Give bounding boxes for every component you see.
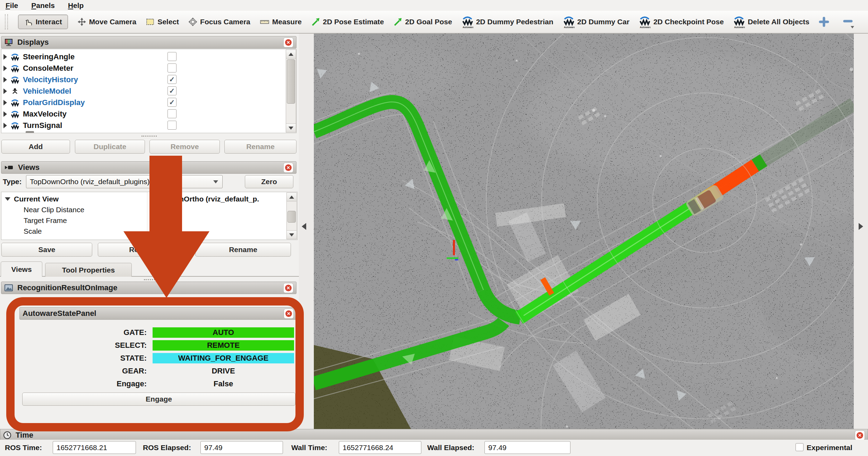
display-item-maxvelocity[interactable]: MaxVelocity (3, 108, 166, 120)
scroll-up-icon[interactable] (286, 50, 296, 59)
autoware-icon: Autoware (563, 15, 575, 29)
autoware-state-panel-header[interactable]: AutowareStatePanel ✕ (19, 307, 297, 320)
display-checkbox[interactable]: ✓ (167, 98, 177, 107)
remove-button[interactable]: Remove (149, 140, 220, 154)
expander-icon[interactable] (3, 54, 7, 60)
tree-value[interactable]: viewer (151, 215, 172, 226)
close-icon[interactable]: ✕ (855, 430, 865, 440)
experimental-checkbox[interactable] (796, 443, 803, 451)
close-icon[interactable]: ✕ (284, 309, 294, 319)
display-item-steeringangle[interactable]: SteeringAngle (3, 51, 166, 62)
display-checkbox[interactable]: ✓ (167, 86, 177, 95)
expander-icon[interactable] (3, 111, 7, 117)
tool-select[interactable]: Select (146, 17, 179, 26)
tool-focus-camera[interactable]: Focus Camera (188, 17, 250, 26)
tree-value[interactable]: 0.01 (151, 204, 165, 215)
scrollbar-thumb[interactable] (287, 59, 295, 104)
expander-icon[interactable] (3, 100, 7, 105)
expander-icon[interactable] (3, 123, 7, 128)
scrollbar-thumb[interactable] (287, 211, 296, 223)
add-button[interactable]: Add (1, 140, 70, 154)
close-icon[interactable]: ✕ (283, 163, 293, 173)
ros-elapsed-input[interactable]: 97.49 (200, 441, 283, 454)
view-type-dropdown[interactable]: TopDownOrtho (rviz_default_plugins) (26, 175, 223, 188)
display-checkbox[interactable] (167, 121, 177, 130)
tool-label: Delete All Objects (748, 18, 809, 26)
panel-tab-bar: Views Tool Properties (0, 261, 299, 277)
display-item-label: MaxVelocity (23, 110, 67, 119)
svg-text:Autoware: Autoware (564, 26, 575, 28)
expander-icon[interactable] (3, 88, 7, 94)
scroll-down-icon[interactable] (287, 230, 297, 239)
tool-2d-pose-estimate[interactable]: 2D Pose Estimate (311, 17, 384, 26)
tab-views[interactable]: Views (1, 261, 42, 277)
displays-panel-header[interactable]: Displays ✕ (1, 36, 297, 49)
scroll-up-icon[interactable] (287, 193, 297, 201)
display-item-turnsignal[interactable]: TurnSignal (3, 120, 166, 131)
tab-tool-properties[interactable]: Tool Properties (45, 263, 132, 277)
3d-viewport[interactable] (314, 34, 854, 429)
toolbar-grip[interactable] (5, 14, 8, 29)
expander-icon[interactable] (3, 77, 7, 83)
tool-label: Focus Camera (200, 18, 250, 26)
display-item-vehiclemodel[interactable]: VehicleModel (3, 85, 166, 97)
tree-row-near-clip[interactable]: Near Clip Distance (24, 204, 84, 215)
toolbar-overflow-icon[interactable] (851, 26, 854, 28)
display-checkbox[interactable] (167, 109, 177, 118)
monitor-icon (4, 38, 13, 47)
collapse-left-icon[interactable] (302, 223, 306, 230)
splitter-handle[interactable] (141, 136, 157, 137)
tool-interact[interactable]: Interact (18, 15, 68, 29)
tool-label: Measure (272, 18, 302, 26)
expander-icon[interactable] (5, 197, 10, 201)
views-scrollbar[interactable] (286, 192, 297, 239)
scroll-down-icon[interactable] (286, 123, 296, 132)
wall-elapsed-input[interactable]: 97.49 (484, 441, 570, 454)
menu-help[interactable]: Help (68, 1, 84, 10)
tool-2d-goal-pose[interactable]: 2D Goal Pose (393, 17, 452, 26)
select-value: REMOTE (153, 340, 294, 351)
expander-icon[interactable] (3, 66, 7, 71)
tool-delete-all-objects[interactable]: Autoware Delete All Objects (733, 15, 809, 29)
tool-2d-dummy-car[interactable]: Autoware 2D Dummy Car (563, 15, 630, 29)
remove-tool-icon[interactable] (843, 17, 853, 27)
views-panel-header[interactable]: Views ✕ (1, 161, 297, 174)
display-item-consolemeter[interactable]: ConsoleMeter (3, 62, 166, 74)
tool-2d-dummy-pedestrian[interactable]: Autoware 2D Dummy Pedestrian (462, 15, 553, 29)
display-checkbox[interactable] (167, 63, 177, 72)
gear-label: GEAR: (49, 367, 147, 376)
display-item-velocityhistory[interactable]: VelocityHistory (3, 74, 166, 85)
displays-scrollbar[interactable] (286, 50, 296, 132)
close-icon[interactable]: ✕ (283, 37, 293, 48)
tree-row-target-frame[interactable]: Target Frame (24, 215, 67, 226)
ros-elapsed-label: ROS Elapsed: (143, 441, 191, 454)
chevron-down-icon (213, 180, 218, 183)
menu-panels[interactable]: Panels (31, 1, 55, 10)
panel-splitter[interactable] (299, 34, 314, 429)
display-item-polargriddisplay[interactable]: PolarGridDisplay (3, 97, 166, 108)
duplicate-button[interactable]: Duplicate (75, 140, 145, 154)
rename-button[interactable]: Rename (224, 140, 297, 154)
tool-measure[interactable]: Measure (260, 17, 302, 26)
recognition-panel-header[interactable]: RecognitionResultOnImage ✕ (1, 282, 297, 294)
save-button[interactable]: Save (1, 243, 92, 257)
right-splitter[interactable] (854, 34, 868, 429)
display-checkbox[interactable] (167, 52, 177, 61)
tree-row-scale[interactable]: Scale (24, 226, 42, 236)
zero-button[interactable]: Zero (245, 175, 293, 188)
remove-view-button[interactable]: Remove (98, 243, 189, 257)
tree-row-current-view[interactable]: Current View (5, 193, 59, 204)
ros-time-input[interactable]: 1652771668.21 (53, 441, 136, 454)
splitter-handle[interactable] (144, 279, 159, 280)
display-item-label: ConsoleMeter (23, 64, 73, 73)
wall-time-input[interactable]: 1652771668.24 (339, 441, 421, 454)
menu-file[interactable]: File (6, 1, 18, 10)
collapse-right-icon[interactable] (859, 223, 863, 230)
engage-button[interactable]: Engage (22, 393, 295, 406)
close-icon[interactable]: ✕ (283, 283, 293, 293)
tool-2d-checkpoint-pose[interactable]: Autoware 2D Checkpoint Pose (639, 15, 724, 29)
tool-move-camera[interactable]: Move Camera (77, 17, 137, 26)
display-checkbox[interactable]: ✓ (167, 75, 177, 84)
rename-view-button[interactable]: Rename (195, 243, 291, 257)
add-tool-icon[interactable] (819, 17, 829, 27)
